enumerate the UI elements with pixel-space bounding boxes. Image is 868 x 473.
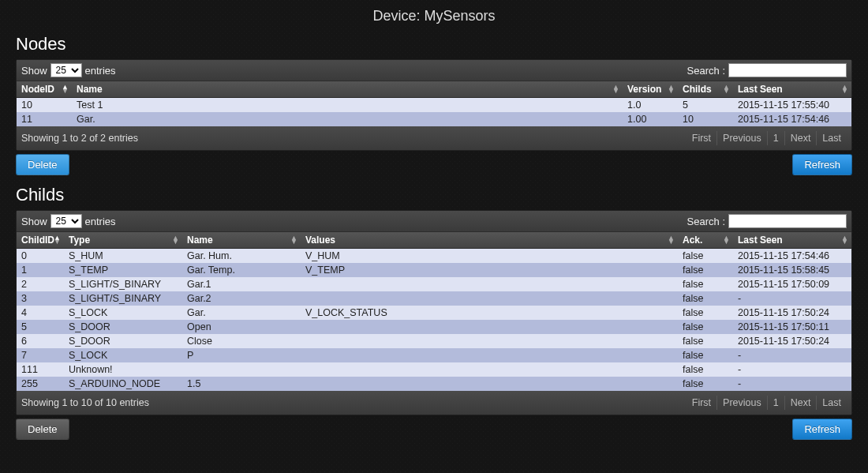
- cell: S_TEMP: [64, 263, 182, 277]
- cell: false: [678, 277, 733, 291]
- table-row[interactable]: 0S_HUMGar. Hum.V_HUMfalse2015-11-15 17:5…: [17, 249, 851, 264]
- col-type[interactable]: Type▲▼: [64, 232, 182, 249]
- table-row[interactable]: 11Gar.1.00102015-11-15 17:54:46: [17, 112, 851, 126]
- search-label: Search :: [687, 65, 725, 77]
- cell: S_LOCK: [64, 306, 182, 320]
- cell: 5: [678, 98, 733, 113]
- page-last[interactable]: Last: [816, 396, 847, 410]
- page-title: Device: MySensors: [16, 0, 852, 31]
- cell: Gar.1: [182, 277, 301, 291]
- childs-search-input[interactable]: [728, 214, 847, 228]
- nodes-length-select[interactable]: 25: [51, 63, 82, 77]
- page-1[interactable]: 1: [767, 396, 784, 410]
- sort-icon: ▲▼: [841, 85, 848, 94]
- col-ack[interactable]: Ack.▲▼: [678, 232, 733, 249]
- page-next[interactable]: Next: [784, 396, 817, 410]
- sort-icon: ▲▼: [841, 236, 848, 245]
- page-first[interactable]: First: [687, 131, 716, 145]
- col-lastseen[interactable]: Last Seen▲▼: [733, 81, 851, 98]
- sort-icon: ▲▼: [290, 236, 297, 245]
- cell: Gar.: [182, 306, 301, 320]
- table-row[interactable]: 4S_LOCKGar.V_LOCK_STATUSfalse2015-11-15 …: [17, 306, 851, 320]
- sort-icon: ▲▼: [668, 236, 675, 245]
- sort-icon: ▲▼: [723, 236, 730, 245]
- nodes-refresh-button[interactable]: Refresh: [792, 154, 852, 175]
- nodes-info: Showing 1 to 2 of 2 entries: [21, 133, 138, 144]
- page-prev[interactable]: Previous: [716, 396, 767, 410]
- nodes-table: NodeID▲▼ Name▲▼ Version▲▼ Childs▲▼ Last …: [17, 81, 851, 126]
- table-row[interactable]: 10Test 11.052015-11-15 17:55:40: [17, 98, 851, 113]
- cell: S_LOCK: [64, 348, 182, 362]
- sort-icon: ▲▼: [723, 85, 730, 94]
- cell: S_ARDUINO_NODE: [64, 377, 182, 391]
- sort-icon: ▲▼: [612, 85, 619, 94]
- col-name[interactable]: Name▲▼: [72, 81, 623, 98]
- table-row[interactable]: 5S_DOOROpenfalse2015-11-15 17:50:11: [17, 320, 851, 334]
- table-row[interactable]: 1S_TEMPGar. Temp.V_TEMPfalse2015-11-15 1…: [17, 263, 851, 277]
- col-lastseen[interactable]: Last Seen▲▼: [733, 232, 851, 249]
- cell: Gar.: [72, 112, 623, 126]
- sort-asc-icon: ▲▼: [62, 85, 69, 94]
- cell: 2015-11-15 17:54:46: [733, 112, 851, 126]
- table-row[interactable]: 255S_ARDUINO_NODE1.5false-: [17, 377, 851, 391]
- table-row[interactable]: 7S_LOCKPfalse-: [17, 348, 851, 362]
- cell: 1.0: [623, 98, 678, 113]
- table-row[interactable]: 111Unknown!false-: [17, 362, 851, 377]
- cell: Unknown!: [64, 362, 182, 377]
- nodes-delete-button[interactable]: Delete: [16, 154, 69, 175]
- cell: false: [678, 291, 733, 306]
- cell: 3: [17, 291, 64, 306]
- cell: false: [678, 320, 733, 334]
- cell: S_HUM: [64, 249, 182, 264]
- cell: false: [678, 249, 733, 264]
- cell: 1.5: [182, 377, 301, 391]
- cell: false: [678, 362, 733, 377]
- childs-refresh-button[interactable]: Refresh: [792, 419, 852, 440]
- page-1[interactable]: 1: [767, 131, 784, 145]
- cell: S_LIGHT/S_BINARY: [64, 277, 182, 291]
- cell: false: [678, 306, 733, 320]
- cell: 2015-11-15 17:50:24: [733, 334, 851, 348]
- col-values[interactable]: Values▲▼: [301, 232, 678, 249]
- cell: 2015-11-15 17:50:24: [733, 306, 851, 320]
- cell: 2015-11-15 17:55:40: [733, 98, 851, 113]
- childs-length-select[interactable]: 25: [51, 214, 82, 228]
- cell: V_LOCK_STATUS: [301, 306, 678, 320]
- col-nodeid[interactable]: NodeID▲▼: [17, 81, 72, 98]
- col-version[interactable]: Version▲▼: [623, 81, 678, 98]
- table-row[interactable]: 2S_LIGHT/S_BINARYGar.1false2015-11-15 17…: [17, 277, 851, 291]
- cell: false: [678, 377, 733, 391]
- cell: [301, 320, 678, 334]
- nodes-pagination: First Previous 1 Next Last: [687, 131, 847, 145]
- nodes-heading: Nodes: [16, 34, 852, 54]
- cell: 10: [17, 98, 72, 113]
- page-last[interactable]: Last: [816, 131, 847, 145]
- childs-delete-button[interactable]: Delete: [16, 419, 69, 440]
- col-name[interactable]: Name▲▼: [182, 232, 301, 249]
- cell: 1.00: [623, 112, 678, 126]
- page-first[interactable]: First: [687, 396, 716, 410]
- nodes-search-input[interactable]: [728, 63, 847, 77]
- sort-asc-icon: ▲▼: [54, 236, 61, 245]
- childs-table: ChildID▲▼ Type▲▼ Name▲▼ Values▲▼ Ack.▲▼ …: [17, 232, 851, 391]
- table-row[interactable]: 3S_LIGHT/S_BINARYGar.2false-: [17, 291, 851, 306]
- col-childid[interactable]: ChildID▲▼: [17, 232, 64, 249]
- cell: [301, 377, 678, 391]
- cell: P: [182, 348, 301, 362]
- page-prev[interactable]: Previous: [716, 131, 767, 145]
- cell: [182, 362, 301, 377]
- cell: 255: [17, 377, 64, 391]
- cell: S_DOOR: [64, 320, 182, 334]
- entries-label: entries: [85, 65, 116, 77]
- table-row[interactable]: 6S_DOORClosefalse2015-11-15 17:50:24: [17, 334, 851, 348]
- cell: false: [678, 334, 733, 348]
- page-next[interactable]: Next: [784, 131, 817, 145]
- cell: 2015-11-15 15:58:45: [733, 263, 851, 277]
- sort-icon: ▲▼: [668, 85, 675, 94]
- cell: S_DOOR: [64, 334, 182, 348]
- cell: -: [733, 377, 851, 391]
- cell: 0: [17, 249, 64, 264]
- col-childs[interactable]: Childs▲▼: [678, 81, 733, 98]
- cell: false: [678, 263, 733, 277]
- cell: 6: [17, 334, 64, 348]
